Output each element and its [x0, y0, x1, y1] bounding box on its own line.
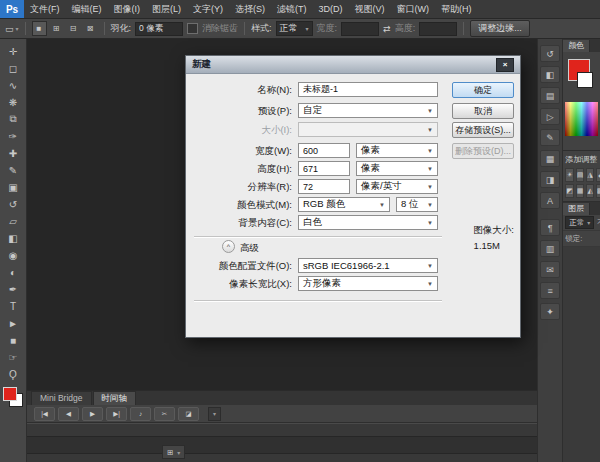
menu-item[interactable]: 窗口(W) [391, 0, 436, 18]
subtract-from-selection-icon[interactable]: ⊟ [66, 21, 81, 36]
layer-comps-panel-icon[interactable]: ▥ [540, 240, 560, 257]
refine-edge-button[interactable]: 调整边缘... [470, 20, 530, 37]
bit-depth-select[interactable]: 8 位 ▼ [396, 197, 438, 212]
menu-item[interactable]: 帮助(H) [435, 0, 478, 18]
save-preset-button[interactable]: 存储预设(S)... [452, 122, 514, 138]
first-frame-button[interactable]: |◀ [34, 407, 55, 421]
pixel-aspect-select[interactable]: 方形像素 ▼ [298, 276, 438, 291]
menu-item[interactable]: 编辑(E) [66, 0, 108, 18]
timeline-track[interactable] [27, 436, 537, 454]
feather-input[interactable] [135, 22, 183, 36]
resolution-unit-select[interactable]: 像素/英寸 ▼ [356, 179, 438, 194]
dialog-title-bar[interactable]: 新建 × [186, 56, 520, 74]
character-panel-icon[interactable]: A [540, 192, 560, 209]
background-color-swatch[interactable] [577, 72, 593, 88]
curves-adjustment-icon[interactable]: ◮ [586, 168, 593, 182]
advanced-toggle-button[interactable]: ^ [222, 240, 235, 253]
rectangular-marquee-tool[interactable]: ◻ [2, 60, 24, 76]
brush-presets-panel-icon[interactable]: ▦ [540, 150, 560, 167]
lasso-tool[interactable]: ∿ [2, 77, 24, 93]
split-clip-button[interactable]: ✂ [154, 407, 175, 421]
horizontal-type-tool[interactable]: T [2, 298, 24, 314]
measurement-log-panel-icon[interactable]: ≡ [540, 282, 560, 299]
menu-item[interactable]: 文件(F) [24, 0, 66, 18]
timeline-settings-dropdown[interactable]: ▾ [208, 407, 221, 421]
dodge-tool[interactable]: ◐ [2, 264, 24, 280]
tab-timeline[interactable]: 时间轴 [93, 391, 137, 405]
add-to-selection-icon[interactable]: ⊞ [49, 21, 64, 36]
menu-item[interactable]: 选择(S) [229, 0, 271, 18]
brush-panel-icon[interactable]: ✎ [540, 129, 560, 146]
history-panel-icon[interactable]: ↺ [540, 45, 560, 62]
notes-panel-icon[interactable]: ✉ [540, 261, 560, 278]
pen-tool[interactable]: ✒ [2, 281, 24, 297]
properties-panel-icon[interactable]: ◧ [540, 66, 560, 83]
menu-item[interactable]: 图层(L) [146, 0, 187, 18]
name-input[interactable] [298, 82, 438, 97]
cancel-button[interactable]: 取消 [452, 103, 514, 119]
brush-tool[interactable]: ✎ [2, 162, 24, 178]
style-select[interactable]: 正常 ▾ [276, 21, 313, 36]
eyedropper-tool[interactable]: ✑ [2, 128, 24, 144]
path-selection-tool[interactable]: ► [2, 315, 24, 331]
antialias-checkbox[interactable] [187, 23, 198, 34]
width-input[interactable] [298, 143, 350, 158]
actions-panel-icon[interactable]: ▷ [540, 108, 560, 125]
color-mode-select[interactable]: RGB 颜色 ▼ [298, 197, 390, 212]
resolution-input[interactable] [298, 179, 350, 194]
preset-select[interactable]: 自定 ▼ [298, 103, 438, 118]
timeline-options-dropdown[interactable]: ⊞ ▾ [162, 445, 185, 459]
color-profile-select[interactable]: sRGB IEC61966-2.1 ▼ [298, 258, 438, 273]
blend-mode-select[interactable]: 正常 ▾ [565, 216, 594, 229]
crop-tool[interactable]: ⧉ [2, 111, 24, 127]
brightness-contrast-adjustment-icon[interactable]: ☀ [565, 168, 574, 182]
vibrance-adjustment-icon[interactable]: ◩ [565, 184, 574, 198]
menu-item[interactable]: 图像(I) [108, 0, 147, 18]
info-panel-icon[interactable]: ▤ [540, 87, 560, 104]
spot-healing-brush-tool[interactable]: ✚ [2, 145, 24, 161]
next-frame-button[interactable]: ▶| [106, 407, 127, 421]
new-selection-icon[interactable]: ■ [32, 21, 47, 36]
zoom-tool[interactable]: Ϙ [2, 366, 24, 382]
menu-item[interactable]: 文字(Y) [187, 0, 229, 18]
hand-tool[interactable]: ☞ [2, 349, 24, 365]
play-button[interactable]: ▶ [82, 407, 103, 421]
menu-item[interactable]: 滤镜(T) [271, 0, 313, 18]
menu-item[interactable]: 3D(D) [313, 0, 349, 18]
tab-layers[interactable]: 图层 [563, 203, 590, 215]
mute-button[interactable]: ♪ [130, 407, 151, 421]
width-unit-select[interactable]: 像素 ▼ [356, 143, 438, 158]
height-input[interactable] [298, 161, 350, 176]
gradient-tool[interactable]: ◧ [2, 230, 24, 246]
levels-adjustment-icon[interactable]: ▤ [576, 168, 585, 182]
paragraph-panel-icon[interactable]: ¶ [540, 219, 560, 236]
intersect-selection-icon[interactable]: ⊠ [83, 21, 98, 36]
move-tool[interactable]: ✛ [2, 43, 24, 59]
tool-preset-picker[interactable]: ▭ ▾ [5, 24, 19, 34]
exposure-adjustment-icon[interactable]: ◐ [596, 168, 600, 182]
menu-item[interactable]: 视图(V) [349, 0, 391, 18]
styles-panel-icon[interactable]: ✦ [540, 303, 560, 320]
height-input[interactable] [419, 22, 457, 36]
quick-selection-tool[interactable]: ❋ [2, 94, 24, 110]
width-input[interactable] [341, 22, 379, 36]
clone-source-panel-icon[interactable]: ◨ [540, 171, 560, 188]
height-unit-select[interactable]: 像素 ▼ [356, 161, 438, 176]
foreground-color-swatch[interactable] [3, 387, 17, 401]
hue-saturation-adjustment-icon[interactable]: ▦ [576, 184, 585, 198]
color-balance-adjustment-icon[interactable]: ◭ [586, 184, 593, 198]
previous-frame-button[interactable]: ◀ [58, 407, 79, 421]
rectangle-tool[interactable]: ■ [2, 332, 24, 348]
color-spectrum-ramp[interactable] [565, 102, 598, 136]
eraser-tool[interactable]: ▱ [2, 213, 24, 229]
close-icon[interactable]: × [496, 58, 514, 72]
tab-color[interactable]: 颜色 [563, 40, 590, 52]
ok-button[interactable]: 确定 [452, 82, 514, 98]
black-white-adjustment-icon[interactable]: ▩ [596, 184, 600, 198]
history-brush-tool[interactable]: ↺ [2, 196, 24, 212]
transition-button[interactable]: ◪ [178, 407, 199, 421]
tab-mini-bridge[interactable]: Mini Bridge [31, 391, 92, 405]
swap-dimensions-icon[interactable]: ⇄ [383, 24, 391, 34]
blur-tool[interactable]: ◉ [2, 247, 24, 263]
clone-stamp-tool[interactable]: ▣ [2, 179, 24, 195]
